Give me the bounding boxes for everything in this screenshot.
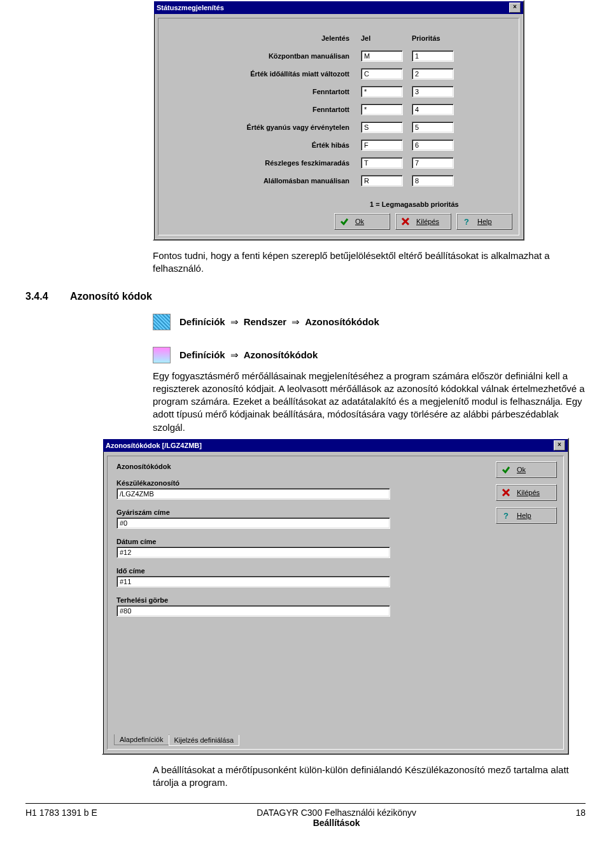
section-number: 3.4.4 bbox=[25, 291, 57, 302]
tab-strip: Alapdefiníciók Kijelzés definiálása bbox=[114, 734, 239, 745]
status-label: Fenntartott bbox=[190, 88, 361, 95]
help-label: Help bbox=[477, 218, 492, 225]
close-icon[interactable]: × bbox=[554, 440, 565, 451]
x-icon bbox=[502, 488, 510, 497]
x-icon bbox=[401, 217, 410, 226]
status-label: Részleges feszkimaradás bbox=[190, 159, 361, 167]
question-icon: ? bbox=[502, 511, 510, 520]
nav-seg: Azonosítókódok bbox=[244, 349, 318, 360]
status-label: Érték időállítás miatt változott bbox=[190, 70, 361, 78]
terh-input[interactable] bbox=[116, 605, 390, 617]
status-row: Érték időállítás miatt változott bbox=[190, 67, 500, 81]
field-label-terh: Terhelési görbe bbox=[116, 596, 460, 604]
footer-rule bbox=[25, 803, 586, 804]
check-icon bbox=[340, 217, 349, 226]
jel-input[interactable] bbox=[361, 68, 403, 80]
dialog1-titlebar[interactable]: Státuszmegjelenítés × bbox=[154, 1, 523, 14]
check-icon bbox=[502, 465, 510, 474]
status-row: Érték hibás bbox=[190, 138, 500, 152]
tab-alapdefiniciok[interactable]: Alapdefiníciók bbox=[114, 734, 169, 745]
cancel-label: Kilépés bbox=[416, 218, 439, 225]
definition-icon bbox=[153, 347, 171, 363]
tab-kijelzes-definialasa[interactable]: Kijelzés definiálása bbox=[169, 735, 240, 746]
priority-note: 1 = Legmagasabb prioritás bbox=[370, 200, 459, 208]
pri-input[interactable] bbox=[412, 104, 454, 115]
nav-seg: Definíciók bbox=[179, 349, 225, 360]
svg-text:?: ? bbox=[503, 511, 509, 520]
ok-button[interactable]: Ok bbox=[496, 461, 557, 478]
pri-input[interactable] bbox=[412, 68, 454, 80]
jel-input[interactable] bbox=[361, 86, 403, 97]
footer-center-1: DATAGYR C300 Felhasználói kézikönyv bbox=[256, 808, 416, 818]
svg-text:?: ? bbox=[464, 217, 469, 226]
pri-input[interactable] bbox=[412, 122, 454, 133]
arrow-icon: ⇒ bbox=[230, 316, 239, 328]
datum-input[interactable] bbox=[116, 547, 390, 558]
dialog2-body: Azonosítókódok Készülékazonosító Gyárisz… bbox=[107, 456, 564, 750]
status-row: Alállomásban manuálisan bbox=[190, 174, 500, 188]
dialog-id-codes: Azonosítókódok [/LGZ4ZMB] × Azonosítókód… bbox=[102, 438, 569, 755]
status-row: Érték gyanús vagy érvénytelen bbox=[190, 120, 500, 134]
dialog1-panel: Jelentés Jel Prioritás Központban manuál… bbox=[158, 18, 519, 235]
section-heading: 3.4.4 Azonosító kódok bbox=[25, 291, 586, 302]
jel-input[interactable] bbox=[361, 139, 403, 151]
close-icon[interactable]: × bbox=[509, 3, 521, 13]
status-label: Központban manuálisan bbox=[190, 52, 361, 60]
field-label-gyari: Gyáriszám címe bbox=[116, 508, 460, 516]
ok-button[interactable]: Ok bbox=[334, 213, 390, 230]
status-row: Fenntartott bbox=[190, 102, 500, 116]
paragraph-description: Egy fogyasztásmérő mérőállásainak megjel… bbox=[153, 370, 586, 434]
jel-input[interactable] bbox=[361, 122, 403, 133]
help-button[interactable]: ? Help bbox=[456, 213, 512, 230]
jel-input[interactable] bbox=[361, 104, 403, 115]
gyari-input[interactable] bbox=[116, 517, 390, 529]
pri-input[interactable] bbox=[412, 157, 454, 169]
status-row: Részleges feszkimaradás bbox=[190, 156, 500, 170]
keszulek-input[interactable] bbox=[116, 488, 390, 500]
page-footer: H1 1783 1391 b E DATAGYR C300 Felhasznál… bbox=[0, 808, 611, 841]
ido-input[interactable] bbox=[116, 576, 390, 587]
footer-center-2: Beállítások bbox=[256, 818, 416, 828]
nav-path-1: Definíciók ⇒ Rendszer ⇒ Azonosítókódok bbox=[153, 314, 586, 330]
status-label: Alállomásban manuálisan bbox=[190, 177, 361, 185]
col-header-jelentes: Jelentés bbox=[190, 34, 361, 42]
nav-seg: Definíciók bbox=[179, 316, 225, 327]
pri-input[interactable] bbox=[412, 50, 454, 62]
nav-seg: Rendszer bbox=[244, 316, 287, 327]
status-row: Központban manuálisan bbox=[190, 49, 500, 63]
field-label-datum: Dátum címe bbox=[116, 538, 460, 545]
group-label: Azonosítókódok bbox=[116, 463, 460, 470]
footer-page-number: 18 bbox=[575, 808, 586, 828]
help-button[interactable]: ? Help bbox=[496, 507, 557, 524]
footer-left: H1 1783 1391 b E bbox=[25, 808, 97, 828]
status-label: Fenntartott bbox=[190, 106, 361, 113]
col-header-prioritas: Prioritás bbox=[412, 34, 454, 42]
ok-label: Ok bbox=[355, 218, 364, 225]
col-header-jel: Jel bbox=[361, 34, 403, 42]
paragraph-after-dialog1: Fontos tudni, hogy a fenti képen szerepl… bbox=[153, 249, 586, 276]
paragraph-after-dialog2: A beállításokat a mérőtípusonként külön-… bbox=[153, 764, 586, 790]
arrow-icon: ⇒ bbox=[230, 349, 239, 361]
dialog2-titlebar[interactable]: Azonosítókódok [/LGZ4ZMB] × bbox=[103, 439, 568, 452]
status-label: Érték hibás bbox=[190, 141, 361, 149]
jel-input[interactable] bbox=[361, 157, 403, 169]
cancel-label: Kilépés bbox=[517, 489, 540, 496]
pri-input[interactable] bbox=[412, 139, 454, 151]
pri-input[interactable] bbox=[412, 86, 454, 97]
cancel-button[interactable]: Kilépés bbox=[395, 213, 451, 230]
pri-input[interactable] bbox=[412, 175, 454, 186]
dialog-status-display: Státuszmegjelenítés × Jelentés Jel Prior… bbox=[153, 0, 524, 241]
field-label-keszulek: Készülékazonosító bbox=[116, 479, 460, 487]
definition-icon bbox=[153, 314, 171, 330]
ok-label: Ok bbox=[517, 466, 526, 473]
help-label: Help bbox=[517, 512, 531, 519]
jel-input[interactable] bbox=[361, 50, 403, 62]
cancel-button[interactable]: Kilépés bbox=[496, 484, 557, 501]
field-label-ido: Idő címe bbox=[116, 567, 460, 575]
jel-input[interactable] bbox=[361, 175, 403, 186]
section-title: Azonosító kódok bbox=[70, 291, 152, 302]
question-icon: ? bbox=[462, 217, 471, 226]
status-row: Fenntartott bbox=[190, 85, 500, 99]
nav-path-2: Definíciók ⇒ Azonosítókódok bbox=[153, 347, 586, 363]
dialog2-title: Azonosítókódok [/LGZ4ZMB] bbox=[106, 442, 202, 449]
